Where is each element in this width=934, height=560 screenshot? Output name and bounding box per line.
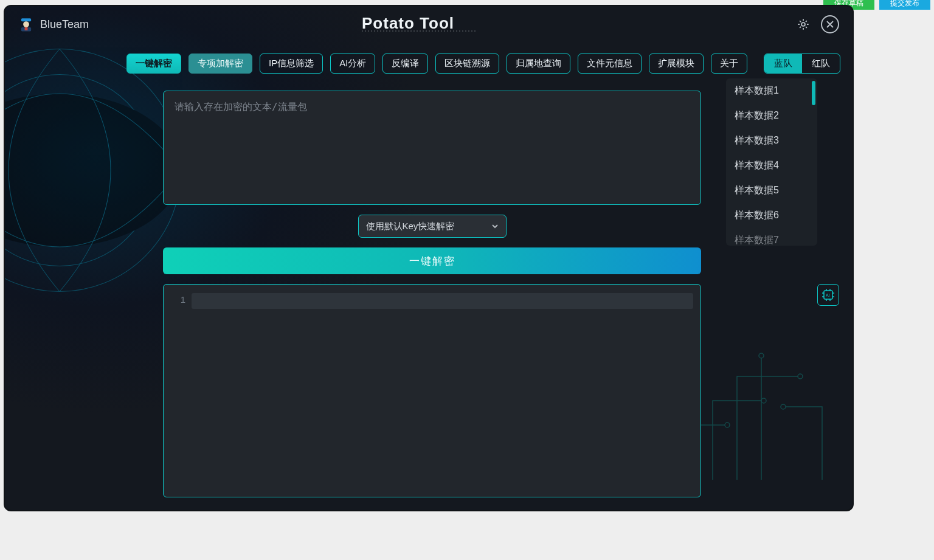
tab-file-meta[interactable]: 文件元信息: [578, 54, 642, 74]
tab-ai-analyze[interactable]: AI分析: [330, 54, 375, 74]
cipher-input[interactable]: [163, 91, 701, 205]
brand: BlueTeam: [18, 16, 89, 32]
key-mode-label: 使用默认Key快速解密: [366, 221, 455, 232]
app-title: Potato Tool: [362, 13, 496, 36]
ai-chip-icon: AI: [821, 288, 835, 302]
sample-scrollbar-thumb[interactable]: [812, 81, 815, 105]
tab-geo-lookup[interactable]: 归属地查询: [507, 54, 570, 74]
svg-point-11: [23, 21, 29, 27]
sample-item-2[interactable]: 样本数据2: [726, 103, 817, 128]
brand-avatar-icon: [18, 16, 34, 32]
svg-text:Potato Tool: Potato Tool: [362, 14, 454, 32]
tab-special-crypto[interactable]: 专项加解密: [189, 54, 252, 74]
tab-extensions[interactable]: 扩展模块: [649, 54, 704, 74]
sample-item-5[interactable]: 样本数据5: [726, 178, 817, 203]
sample-item-6[interactable]: 样本数据6: [726, 203, 817, 228]
bg-publish-label: 提交发布: [890, 0, 919, 9]
svg-rect-10: [21, 18, 31, 21]
team-red[interactable]: 红队: [802, 54, 840, 73]
output-line-1: [192, 293, 693, 309]
svg-rect-13: [25, 27, 28, 30]
brand-label: BlueTeam: [40, 18, 89, 31]
title-bar: BlueTeam Potato Tool: [5, 6, 853, 43]
settings-button[interactable]: [794, 15, 812, 33]
close-button[interactable]: [821, 15, 839, 33]
key-select-wrap: 使用默认Key快速解密: [163, 215, 701, 238]
bg-publish-button[interactable]: 提交发布: [879, 0, 930, 10]
sample-item-3[interactable]: 样本数据3: [726, 128, 817, 153]
output-line-number: 1: [171, 291, 185, 491]
svg-text:AI: AI: [826, 293, 830, 297]
output-box[interactable]: 1: [163, 284, 701, 497]
chevron-down-icon: [491, 223, 499, 230]
tab-ip-filter[interactable]: IP信息筛选: [260, 54, 323, 74]
team-toggle: 蓝队 红队: [764, 54, 840, 74]
sample-item-1[interactable]: 样本数据1: [726, 78, 817, 103]
tab-about[interactable]: 关于: [711, 54, 747, 74]
sample-item-7[interactable]: 样本数据7: [726, 228, 817, 246]
decrypt-button[interactable]: 一键解密: [163, 247, 701, 274]
close-icon: [826, 20, 834, 29]
tab-one-click-decrypt[interactable]: 一键解密: [126, 54, 181, 74]
nav-tabs: 一键解密 专项加解密 IP信息筛选 AI分析 反编译 区块链溯源 归属地查询 文…: [5, 43, 853, 78]
app-window: BlueTeam Potato Tool 一键解密 专项加: [4, 5, 854, 511]
sample-item-4[interactable]: 样本数据4: [726, 153, 817, 178]
svg-point-16: [801, 22, 805, 26]
main-area: 使用默认Key快速解密 一键解密 1 样本数据1 样本数据2 样本数据3 样本数…: [5, 78, 853, 511]
key-mode-select[interactable]: 使用默认Key快速解密: [358, 215, 507, 238]
team-blue[interactable]: 蓝队: [764, 54, 802, 73]
window-controls: [794, 15, 839, 33]
center-column: 使用默认Key快速解密 一键解密 1: [163, 91, 701, 497]
ai-chip-button[interactable]: AI: [817, 284, 839, 306]
gear-icon: [797, 18, 810, 31]
sample-panel: 样本数据1 样本数据2 样本数据3 样本数据4 样本数据5 样本数据6 样本数据…: [726, 78, 817, 246]
tab-blockchain-trace[interactable]: 区块链溯源: [435, 54, 499, 74]
tab-decompile[interactable]: 反编译: [382, 54, 428, 74]
